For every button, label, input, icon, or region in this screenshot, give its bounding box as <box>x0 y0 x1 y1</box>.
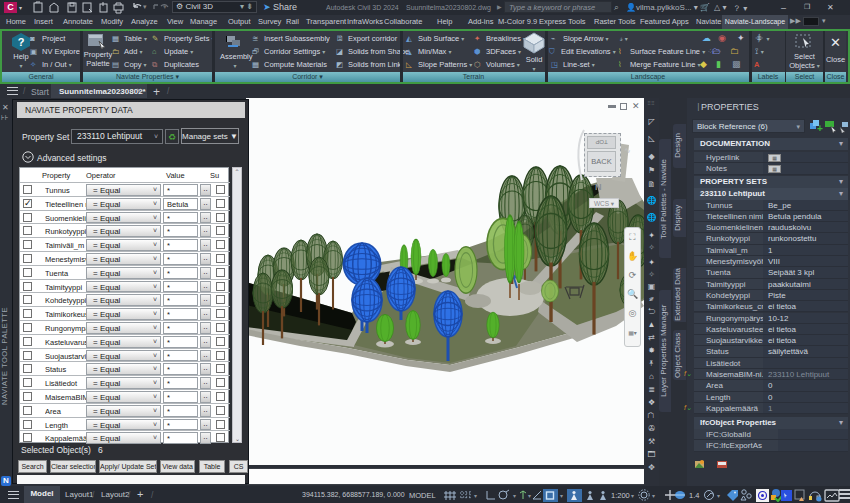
svg-text:▾: ▾ <box>143 3 147 10</box>
svg-text:▾: ▾ <box>513 493 516 499</box>
svg-text:▾: ▾ <box>528 493 531 499</box>
svg-text:▾: ▾ <box>560 493 563 499</box>
svg-text:▾: ▾ <box>474 493 477 499</box>
svg-text:▾: ▾ <box>631 493 634 499</box>
svg-text:1.4: 1.4 <box>689 491 699 500</box>
svg-text:+: + <box>817 123 823 133</box>
svg-text:1:200: 1:200 <box>611 491 630 500</box>
svg-text:▾: ▾ <box>163 3 167 10</box>
svg-text:▾: ▾ <box>652 493 655 499</box>
svg-text:▾: ▾ <box>717 493 720 499</box>
svg-text:?: ? <box>18 36 25 48</box>
